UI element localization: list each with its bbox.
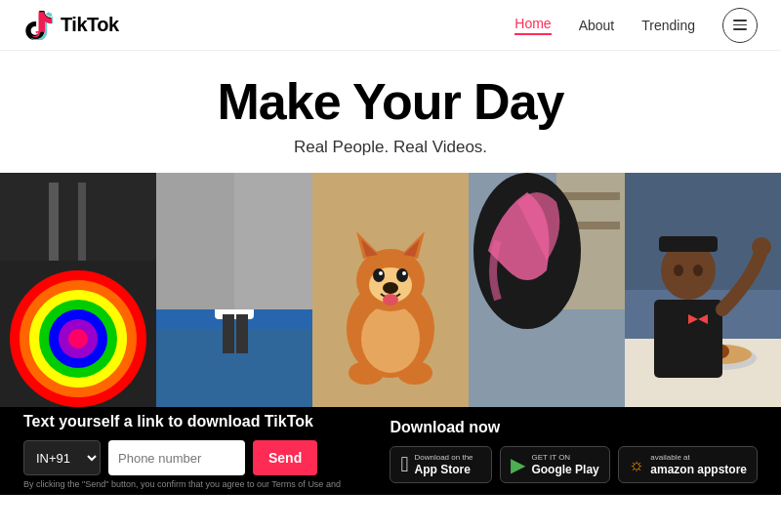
nav-about[interactable]: About — [579, 18, 615, 33]
app-store-text: Download on the App Store — [414, 453, 473, 476]
svg-rect-19 — [156, 173, 234, 309]
google-play-sub-label: GET IT ON — [531, 453, 598, 463]
download-now-title: Download now — [390, 419, 758, 436]
amazon-icon: ☼ — [629, 455, 645, 475]
hamburger-menu-button[interactable] — [722, 8, 758, 43]
terms-text: By clicking the "Send" button, you confi… — [23, 479, 341, 489]
svg-rect-48 — [654, 300, 722, 378]
header: TikTok Home About Trending — [0, 0, 781, 51]
download-cta-title: Text yourself a link to download TikTok — [23, 413, 341, 430]
nav-trending[interactable]: Trending — [641, 18, 695, 33]
main-nav: Home About Trending — [514, 8, 758, 43]
app-store-name-label: App Store — [414, 463, 473, 476]
menu-line-2 — [733, 24, 747, 26]
app-store-sub-label: Download on the — [414, 453, 473, 463]
amazon-sub-label: available at — [650, 453, 747, 463]
send-button[interactable]: Send — [253, 440, 317, 475]
menu-line-1 — [733, 20, 747, 21]
video-cell-2[interactable] — [156, 173, 312, 407]
svg-point-35 — [383, 282, 398, 294]
svg-point-32 — [396, 268, 408, 282]
apple-icon:  — [400, 452, 408, 477]
download-text-section: Text yourself a link to download TikTok … — [23, 413, 341, 489]
google-play-button[interactable]: ▶ GET IT ON Google Play — [500, 446, 609, 483]
svg-point-7 — [68, 329, 88, 348]
store-buttons-row:  Download on the App Store ▶ GET IT ON … — [390, 446, 758, 483]
svg-rect-10 — [78, 183, 86, 261]
bottom-bar: Text yourself a link to download TikTok … — [0, 407, 781, 495]
hero-subtitle: Real People. Real Videos. — [20, 138, 761, 157]
svg-rect-39 — [561, 192, 620, 200]
svg-rect-17 — [236, 314, 248, 353]
svg-rect-9 — [49, 183, 59, 261]
app-store-button[interactable]:  Download on the App Store — [390, 446, 492, 483]
video-cell-1[interactable] — [0, 173, 156, 407]
video-thumbnail-3 — [312, 173, 469, 407]
amazon-store-text: available at amazon appstore — [650, 453, 747, 476]
logo-area: TikTok — [23, 11, 119, 40]
svg-point-54 — [674, 265, 683, 276]
google-play-text: GET IT ON Google Play — [531, 453, 598, 476]
video-cell-4[interactable] — [469, 173, 625, 407]
logo-text: TikTok — [61, 14, 119, 36]
hero-title: Make Your Day — [20, 74, 761, 130]
amazon-name-label: amazon appstore — [650, 463, 747, 476]
country-code-select[interactable]: IN+91 US+1 UK+44 — [23, 440, 101, 475]
video-thumbnail-1 — [0, 173, 156, 407]
hero-section: Make Your Day Real People. Real Videos. — [0, 51, 781, 173]
video-cell-3[interactable] — [312, 173, 469, 407]
svg-point-24 — [361, 305, 420, 373]
svg-point-33 — [379, 271, 383, 275]
video-cell-5[interactable] — [625, 173, 781, 407]
svg-point-36 — [383, 294, 398, 306]
svg-point-56 — [752, 237, 771, 257]
amazon-store-button[interactable]: ☼ available at amazon appstore — [618, 446, 758, 483]
menu-line-3 — [733, 28, 747, 30]
video-thumbnail-5 — [625, 173, 781, 407]
svg-point-31 — [373, 268, 385, 282]
download-now-section: Download now  Download on the App Store… — [390, 419, 758, 483]
phone-input-row: IN+91 US+1 UK+44 Send — [23, 440, 341, 475]
video-thumbnail-2 — [156, 173, 312, 407]
svg-rect-53 — [659, 236, 718, 252]
nav-home[interactable]: Home — [514, 16, 551, 35]
tiktok-icon — [23, 11, 53, 40]
svg-point-55 — [693, 265, 703, 276]
svg-point-34 — [402, 271, 406, 275]
phone-number-input[interactable] — [108, 440, 245, 475]
svg-rect-16 — [223, 314, 234, 353]
google-play-name-label: Google Play — [531, 463, 598, 476]
video-strip — [0, 173, 781, 407]
video-thumbnail-4 — [469, 173, 625, 407]
google-play-icon: ▶ — [511, 453, 525, 476]
